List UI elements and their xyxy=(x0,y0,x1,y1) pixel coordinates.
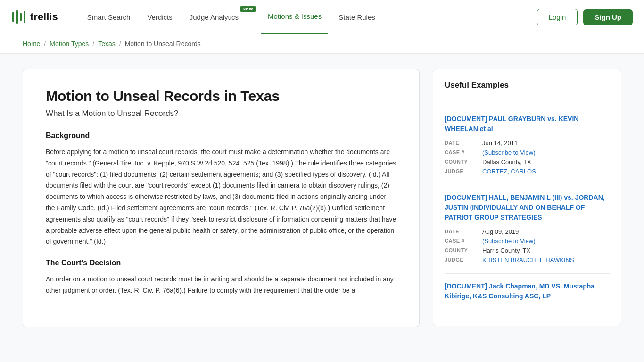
meta-judge-2: JUDGE KRISTEN BRAUCHLE HAWKINS xyxy=(445,256,610,263)
meta-case-1: CASE # (Subscribe to View) xyxy=(445,149,610,156)
case-label-1: CASE # xyxy=(445,149,482,155)
section-background-heading: Background xyxy=(46,132,396,140)
example-link-3[interactable]: [DOCUMENT] Jack Chapman, MD VS. Mustapha… xyxy=(445,281,610,301)
county-label-1: COUNTY xyxy=(445,158,482,165)
meta-case-2: CASE # (Subscribe to View) xyxy=(445,238,610,245)
svg-rect-0 xyxy=(12,12,14,22)
breadcrumb-sep-2: / xyxy=(92,40,94,48)
login-button[interactable]: Login xyxy=(537,9,578,25)
breadcrumb-home[interactable]: Home xyxy=(23,40,40,48)
sidebar-useful-examples: Useful Examples [DOCUMENT] PAUL GRAYBURN… xyxy=(433,69,621,326)
breadcrumb-motion-types[interactable]: Motion Types xyxy=(50,40,89,48)
meta-county-1: COUNTY Dallas County, TX xyxy=(445,158,610,165)
new-badge: NEW xyxy=(240,6,256,12)
breadcrumb: Home / Motion Types / Texas / Motion to … xyxy=(0,40,644,48)
breadcrumb-sep-1: / xyxy=(44,40,46,48)
example-item: [DOCUMENT] HALL, BENJAMIN L (III) vs. JO… xyxy=(445,185,610,274)
judge-label-1: JUDGE xyxy=(445,168,482,174)
logo-text: trellis xyxy=(30,11,58,23)
example-item: [DOCUMENT] PAUL GRAYBURN vs. KEVIN WHEEL… xyxy=(445,107,610,185)
site-header: trellis Smart Search Verdicts Judge Anal… xyxy=(0,0,644,34)
date-label-1: DATE xyxy=(445,140,482,146)
nav-state-rules[interactable]: State Rules xyxy=(332,0,382,34)
meta-county-2: COUNTY Harris County, TX xyxy=(445,247,610,254)
logo-icon xyxy=(11,9,26,25)
nav-smart-search[interactable]: Smart Search xyxy=(81,0,137,34)
breadcrumb-sep-3: / xyxy=(119,40,121,48)
meta-date-2: DATE Aug 09, 2019 xyxy=(445,228,610,235)
date-value-2: Aug 09, 2019 xyxy=(482,228,519,235)
svg-rect-2 xyxy=(20,13,22,21)
main-container: Motion to Unseal Records in Texas What I… xyxy=(0,54,644,342)
nav-links: Smart Search Verdicts Judge Analytics NE… xyxy=(81,0,537,34)
case-value-link-2[interactable]: (Subscribe to View) xyxy=(482,238,535,245)
county-value-2: Harris County, TX xyxy=(482,247,530,254)
section-background-body: Before applying for a motion to unseal c… xyxy=(46,147,396,247)
judge-label-2: JUDGE xyxy=(445,256,482,263)
logo-link[interactable]: trellis xyxy=(11,9,58,25)
breadcrumb-current: Motion to Unseal Records xyxy=(125,40,201,48)
nav-actions: Login Sign Up xyxy=(537,9,633,25)
content-card: Motion to Unseal Records in Texas What I… xyxy=(23,69,420,327)
section-decision-heading: The Court's Decision xyxy=(46,259,396,267)
date-label-2: DATE xyxy=(445,228,482,234)
svg-rect-3 xyxy=(24,11,25,23)
county-value-1: Dallas County, TX xyxy=(482,158,531,165)
section-decision-body: An order on a motion to unseal court rec… xyxy=(46,274,396,296)
date-value-1: Jun 14, 2011 xyxy=(482,140,518,147)
sidebar-title: Useful Examples xyxy=(445,81,610,97)
breadcrumb-bar: Home / Motion Types / Texas / Motion to … xyxy=(0,34,644,54)
breadcrumb-texas[interactable]: Texas xyxy=(98,40,116,48)
example-item: [DOCUMENT] Jack Chapman, MD VS. Mustapha… xyxy=(445,274,610,314)
judge-value-1[interactable]: CORTEZ, CARLOS xyxy=(482,168,536,175)
content-subtitle: What Is a Motion to Unseal Records? xyxy=(46,109,396,118)
meta-date-1: DATE Jun 14, 2011 xyxy=(445,140,610,147)
judge-value-2[interactable]: KRISTEN BRAUCHLE HAWKINS xyxy=(482,256,574,263)
page-title: Motion to Unseal Records in Texas xyxy=(46,88,396,104)
svg-rect-1 xyxy=(16,10,18,24)
signup-button[interactable]: Sign Up xyxy=(583,9,633,25)
meta-judge-1: JUDGE CORTEZ, CARLOS xyxy=(445,168,610,175)
example-link-1[interactable]: [DOCUMENT] PAUL GRAYBURN vs. KEVIN WHEEL… xyxy=(445,114,610,134)
county-label-2: COUNTY xyxy=(445,247,482,253)
main-nav: trellis Smart Search Verdicts Judge Anal… xyxy=(0,0,644,34)
case-value-link-1[interactable]: (Subscribe to View) xyxy=(482,149,535,156)
nav-verdicts[interactable]: Verdicts xyxy=(140,0,179,34)
nav-motions-issues[interactable]: Motions & Issues xyxy=(261,0,328,34)
example-link-2[interactable]: [DOCUMENT] HALL, BENJAMIN L (III) vs. JO… xyxy=(445,193,610,222)
case-label-2: CASE # xyxy=(445,238,482,244)
nav-judge-analytics[interactable]: Judge Analytics NEW xyxy=(183,0,257,34)
